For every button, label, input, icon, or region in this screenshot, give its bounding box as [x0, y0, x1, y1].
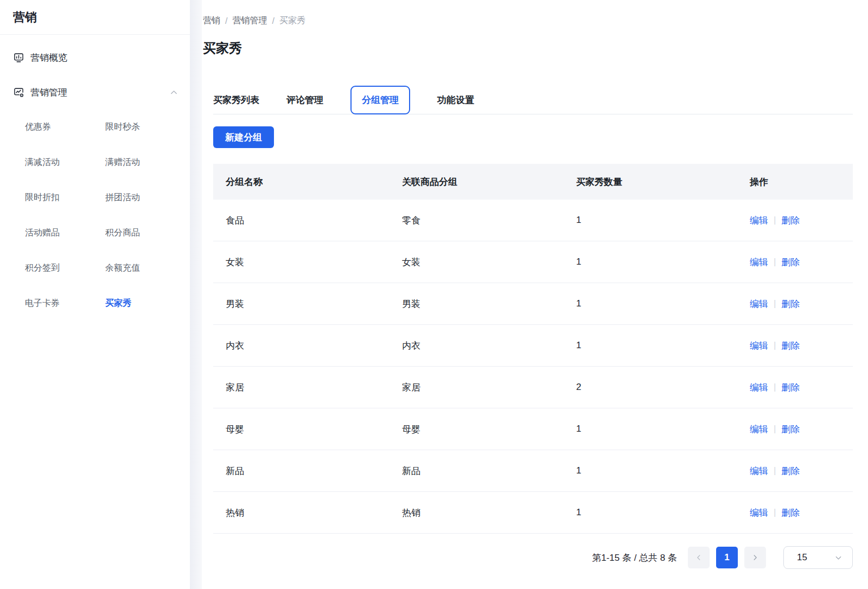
breadcrumb-item-buyer-show: 买家秀: [279, 15, 305, 27]
edit-link[interactable]: 编辑: [750, 214, 768, 227]
action-divider: |: [774, 257, 776, 267]
edit-link[interactable]: 编辑: [750, 256, 768, 268]
tab-bar: 买家秀列表 评论管理 分组管理 功能设置: [213, 86, 853, 114]
cell-linked-category: 热销: [402, 507, 576, 519]
delete-link[interactable]: 删除: [781, 298, 800, 310]
breadcrumb-item-marketing[interactable]: 营销: [203, 15, 220, 27]
cell-actions: 编辑 | 删除: [750, 214, 853, 227]
sidebar-subitem-coupon[interactable]: 优惠券: [25, 110, 105, 145]
sidebar-subnav: 优惠券 限时秒杀 满减活动 满赠活动 限时折扣 拼团活动 活动赠品 积分商品 积…: [0, 110, 190, 321]
tab-buyer-show-list[interactable]: 买家秀列表: [213, 86, 259, 114]
cell-actions: 编辑 | 删除: [750, 298, 853, 310]
delete-link[interactable]: 删除: [781, 423, 800, 436]
group-table: 分组名称 关联商品分组 买家秀数量 操作 食品 零食 1 编辑 | 删除 女装 …: [213, 164, 853, 534]
new-group-button[interactable]: 新建分组: [213, 126, 274, 148]
column-header-group-name: 分组名称: [213, 176, 402, 188]
sidebar-subitem-group-buy[interactable]: 拼团活动: [105, 180, 190, 215]
cell-count: 1: [576, 465, 750, 476]
cell-actions: 编辑 | 删除: [750, 465, 853, 477]
sidebar-subitem-points-goods[interactable]: 积分商品: [105, 215, 190, 251]
cell-actions: 编辑 | 删除: [750, 507, 853, 519]
delete-link[interactable]: 删除: [781, 507, 800, 519]
edit-link[interactable]: 编辑: [750, 381, 768, 394]
sidebar-subitem-buyer-show[interactable]: 买家秀: [105, 286, 190, 321]
cell-count: 1: [576, 424, 750, 434]
cell-actions: 编辑 | 删除: [750, 381, 853, 394]
sidebar-item-label: 营销概览: [30, 52, 67, 64]
cell-count: 1: [576, 257, 750, 267]
delete-link[interactable]: 删除: [781, 381, 800, 394]
sidebar: 营销 营销概览: [0, 0, 190, 589]
edit-link[interactable]: 编辑: [750, 340, 768, 352]
chevron-left-icon: [695, 554, 703, 561]
delete-link[interactable]: 删除: [781, 214, 800, 227]
edit-link[interactable]: 编辑: [750, 465, 768, 477]
table-row: 内衣 内衣 1 编辑 | 删除: [213, 325, 853, 367]
breadcrumb: 营销 / 营销管理 / 买家秀: [203, 15, 853, 27]
page-title: 买家秀: [203, 40, 853, 57]
cell-linked-category: 新品: [402, 465, 576, 477]
sidebar-subitem-balance-recharge[interactable]: 余额充值: [105, 251, 190, 286]
cell-group-name: 食品: [213, 214, 402, 227]
table-row: 热销 热销 1 编辑 | 删除: [213, 492, 853, 534]
edit-link[interactable]: 编辑: [750, 298, 768, 310]
cell-linked-category: 零食: [402, 214, 576, 227]
sidebar-subitem-limited-discount[interactable]: 限时折扣: [25, 180, 105, 215]
breadcrumb-separator: /: [272, 16, 274, 26]
table-row: 女装 女装 1 编辑 | 删除: [213, 241, 853, 283]
cell-group-name: 新品: [213, 465, 402, 477]
sidebar-subitem-flash-sale[interactable]: 限时秒杀: [105, 110, 190, 145]
page-size-select[interactable]: 15: [783, 546, 853, 569]
sidebar-item-marketing-overview[interactable]: 营销概览: [0, 40, 190, 75]
cell-count: 2: [576, 382, 750, 393]
delete-link[interactable]: 删除: [781, 340, 800, 352]
tab-comment-management[interactable]: 评论管理: [286, 86, 323, 114]
tab-function-settings[interactable]: 功能设置: [437, 86, 474, 114]
table-row: 男装 男装 1 编辑 | 删除: [213, 283, 853, 325]
action-divider: |: [774, 382, 776, 393]
edit-link[interactable]: 编辑: [750, 423, 768, 436]
pagination: 第1-15 条 / 总共 8 条 1 15: [213, 546, 853, 569]
cell-actions: 编辑 | 删除: [750, 340, 853, 352]
sidebar-subitem-full-gift[interactable]: 满赠活动: [105, 145, 190, 180]
sidebar-gap: [190, 0, 202, 589]
table-row: 新品 新品 1 编辑 | 删除: [213, 450, 853, 492]
cell-count: 1: [576, 340, 750, 351]
sidebar-subitem-e-card[interactable]: 电子卡券: [25, 286, 105, 321]
action-divider: |: [774, 424, 776, 434]
action-divider: |: [774, 507, 776, 518]
table-row: 母婴 母婴 1 编辑 | 删除: [213, 408, 853, 450]
tab-group-management[interactable]: 分组管理: [350, 86, 410, 114]
pagination-page-1-button[interactable]: 1: [716, 547, 738, 568]
page-size-value: 15: [797, 552, 807, 563]
chevron-up-icon[interactable]: [170, 88, 178, 97]
cell-linked-category: 家居: [402, 381, 576, 394]
sidebar-subitem-activity-gift[interactable]: 活动赠品: [25, 215, 105, 251]
cell-linked-category: 母婴: [402, 423, 576, 436]
cell-linked-category: 男装: [402, 298, 576, 310]
cell-group-name: 男装: [213, 298, 402, 310]
action-divider: |: [774, 298, 776, 309]
sidebar-subitem-points-checkin[interactable]: 积分签到: [25, 251, 105, 286]
chevron-down-icon: [834, 554, 843, 562]
cell-count: 1: [576, 215, 750, 226]
content-card: 买家秀列表 评论管理 分组管理 功能设置 新建分组 分组名称 关联商品分组 买家…: [213, 86, 853, 569]
overview-chart-icon: [13, 52, 24, 63]
sidebar-item-marketing-management[interactable]: 营销管理: [0, 75, 190, 110]
action-divider: |: [774, 340, 776, 351]
chevron-right-icon: [751, 554, 759, 561]
sidebar-title: 营销: [0, 0, 190, 34]
sidebar-item-label: 营销管理: [30, 86, 67, 99]
cell-actions: 编辑 | 删除: [750, 423, 853, 436]
delete-link[interactable]: 删除: [781, 256, 800, 268]
sidebar-nav: 营销概览 营销管理 优惠券 限时秒杀 满减活动 满赠活动 限时折扣 拼团活: [0, 35, 190, 321]
breadcrumb-item-marketing-management[interactable]: 营销管理: [232, 15, 267, 27]
sidebar-subitem-full-reduction[interactable]: 满减活动: [25, 145, 105, 180]
cell-linked-category: 女装: [402, 256, 576, 268]
cell-group-name: 内衣: [213, 340, 402, 352]
column-header-count: 买家秀数量: [576, 176, 750, 188]
pagination-prev-button[interactable]: [688, 547, 710, 568]
edit-link[interactable]: 编辑: [750, 507, 768, 519]
delete-link[interactable]: 删除: [781, 465, 800, 477]
pagination-next-button[interactable]: [744, 547, 766, 568]
